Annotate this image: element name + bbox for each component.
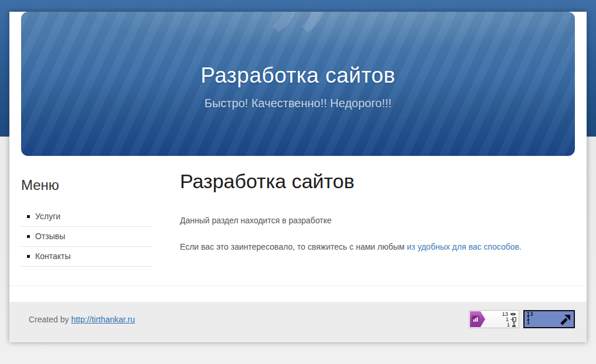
sidebar-item-kontakty[interactable]: Контакты [21,247,152,266]
content-area: Меню Услуги Отзывы [9,156,587,285]
sidebar-menu: Услуги Отзывы Контакты [21,207,152,267]
visitors-count: 1 [507,322,510,327]
purple-arrow-icon [470,311,485,327]
bar-chart-icon [472,315,479,323]
under-construction-text: Данный раздел находится в разработке [180,216,575,225]
visitors-row: 1 [485,322,516,327]
menu-item: Услуги [21,207,152,227]
sidebar-item-label: Контакты [35,251,70,261]
sidebar-title: Меню [21,177,152,193]
visitor-person-icon [512,322,516,327]
menu-item: Контакты [21,247,152,267]
eye-icon [510,312,516,317]
liveinternet-counter-badge[interactable]: 13 1 1 [523,310,575,328]
square-bullet-icon [27,215,30,218]
openstat-stats: 13 1 1 [485,311,519,328]
square-bullet-icon [27,255,30,258]
menu-item: Отзывы [21,227,152,247]
sidebar-item-label: Услуги [35,212,60,221]
credit-text: Created by http://tirthankar.ru [29,315,135,324]
banner-text-block: Разработка сайтов Быстро! Качественно!! … [21,12,575,110]
views-row: 13 [485,311,516,317]
login-door-icon [510,317,516,322]
header-banner: ” Разработка сайтов Быстро! Качественно!… [21,12,575,156]
contact-methods-link[interactable]: из удобных для вас способов. [407,242,522,251]
credit-link[interactable]: http://tirthankar.ru [71,315,135,324]
sidebar: Меню Услуги Отзывы [21,156,152,285]
main-column: Разработка сайтов Данный раздел находитс… [180,156,575,285]
contact-text-prefix: Если вас это заинтересовало, то свяжитес… [180,242,407,251]
footer: Created by http://tirthankar.ru 13 [9,302,587,342]
site-slogan: Быстро! Качественно!! Недорого!!! [21,97,575,110]
liveinternet-stats: 13 1 1 [527,312,534,325]
content-footer-divider [9,285,587,286]
openstat-counter-badge[interactable]: 13 1 1 [469,310,519,328]
li-line3: 1 [527,320,530,325]
sidebar-item-uslugi[interactable]: Услуги [21,207,152,226]
credit-prefix: Created by [29,315,71,324]
square-bullet-icon [27,235,30,238]
sidebar-item-label: Отзывы [35,232,65,241]
page-container: ” Разработка сайтов Быстро! Качественно!… [9,12,587,342]
sessions-row: 1 [485,317,516,322]
page-title: Разработка сайтов [180,170,575,193]
arrow-up-right-icon [559,313,572,326]
counter-badges: 13 1 1 [469,310,575,328]
site-title: Разработка сайтов [21,63,575,88]
contact-text: Если вас это заинтересовало, то свяжитес… [180,242,575,251]
sidebar-item-otzyvy[interactable]: Отзывы [21,227,152,246]
